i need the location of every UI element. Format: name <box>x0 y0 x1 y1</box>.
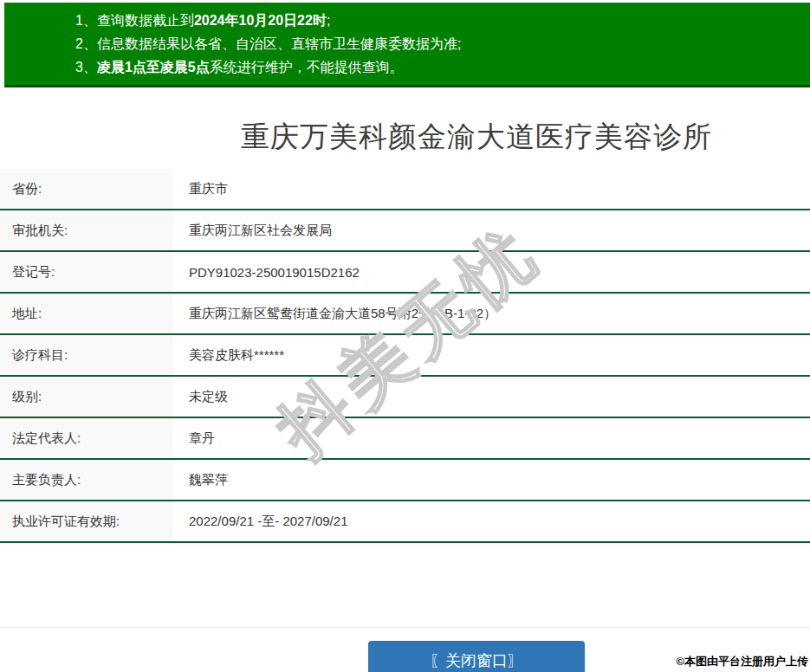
row-value: 2022/09/21 -至- 2027/09/21 <box>173 501 347 541</box>
row-label: 主要负责人: <box>0 460 173 500</box>
footer-divider <box>0 627 810 628</box>
notice-item-2: 2、信息数据结果以各省、自治区、直辖市卫生健康委数据为准; <box>75 32 810 55</box>
row-value: 未定级 <box>173 377 228 417</box>
table-row-main-person-in-charge: 主要负责人: 魏翠萍 <box>0 460 810 501</box>
table-row-legal-representative: 法定代表人: 章丹 <box>0 418 810 460</box>
page-title: 重庆万美科颜金渝大道医疗美容诊所 <box>0 122 810 151</box>
row-value: 魏翠萍 <box>173 460 228 500</box>
table-row-approval-authority: 审批机关: 重庆两江新区社会发展局 <box>0 210 810 252</box>
table-row-treatment-subjects: 诊疗科目: 美容皮肤科****** <box>0 335 810 377</box>
row-label: 执业许可证有效期: <box>0 501 173 541</box>
notice-banner: 1、查询数据截止到2024年10月20日22时; 2、信息数据结果以各省、自治区… <box>4 3 810 87</box>
row-value: 章丹 <box>173 418 215 458</box>
notice-item-number: 3、 <box>75 60 97 74</box>
notice-item-text: 信息数据结果以各省、自治区、直辖市卫生健康委数据为准; <box>97 36 461 51</box>
row-label: 地址: <box>0 294 173 333</box>
row-value: 重庆市 <box>173 169 228 209</box>
table-row-registration-number: 登记号: PDY91023-250019015D2162 <box>0 252 810 294</box>
page: 1、查询数据截止到2024年10月20日22时; 2、信息数据结果以各省、自治区… <box>0 3 810 672</box>
notice-item-number: 2、 <box>75 36 97 51</box>
row-label: 审批机关: <box>0 210 173 250</box>
notice-item-1: 1、查询数据截止到2024年10月20日22时; <box>75 9 810 32</box>
notice-item-text: 系统进行维护，不能提供查询。 <box>210 60 404 74</box>
info-table: 省份: 重庆市 审批机关: 重庆两江新区社会发展局 登记号: PDY91023-… <box>0 169 810 543</box>
row-value: 美容皮肤科****** <box>173 335 284 375</box>
row-label: 省份: <box>0 169 173 209</box>
row-value: PDY91023-250019015D2162 <box>173 252 360 292</box>
row-value: 重庆两江新区鸳鸯街道金渝大道58号附2号（B-1-02） <box>173 294 496 333</box>
row-label: 登记号: <box>0 252 173 292</box>
close-window-button[interactable]: 〖关闭窗口〗 <box>368 641 585 672</box>
row-value: 重庆两江新区社会发展局 <box>173 210 332 250</box>
notice-item-3: 3、凌晨1点至凌晨5点系统进行维护，不能提供查询。 <box>75 55 810 79</box>
uploader-stamp: ©本图由平台注册用户上传 <box>676 654 808 669</box>
row-label: 诊疗科目: <box>0 335 173 375</box>
notice-item-text: 查询数据截止到 <box>97 13 194 28</box>
row-label: 级别: <box>0 377 173 417</box>
table-row-address: 地址: 重庆两江新区鸳鸯街道金渝大道58号附2号（B-1-02） <box>0 294 810 335</box>
table-row-license-validity: 执业许可证有效期: 2022/09/21 -至- 2027/09/21 <box>0 501 810 543</box>
table-row-province: 省份: 重庆市 <box>0 169 810 210</box>
table-row-level: 级别: 未定级 <box>0 377 810 418</box>
notice-item-number: 1、 <box>75 13 97 28</box>
notice-item-bold-text: 凌晨1点至凌晨5点 <box>97 60 210 74</box>
notice-item-bold-text: 2024年10月20日22时 <box>194 13 327 28</box>
row-label: 法定代表人: <box>0 418 173 458</box>
notice-list: 1、查询数据截止到2024年10月20日22时; 2、信息数据结果以各省、自治区… <box>4 9 810 79</box>
notice-item-text: ; <box>327 13 330 28</box>
